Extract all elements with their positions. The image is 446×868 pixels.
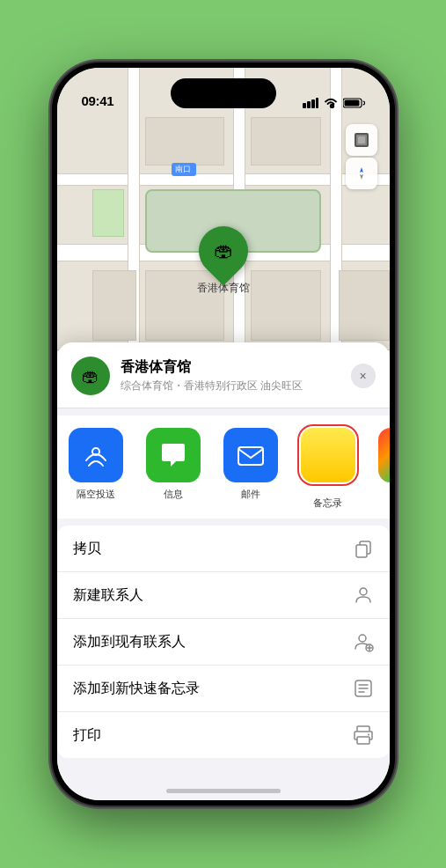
sheet-header: 🏟 香港体育馆 综合体育馆・香港特别行政区 油尖旺区 × bbox=[57, 342, 390, 408]
quick-note-icon bbox=[353, 678, 374, 699]
action-quick-note-label: 添加到新快速备忘录 bbox=[73, 680, 200, 698]
messages-label: 信息 bbox=[164, 488, 183, 501]
map-layers-button[interactable] bbox=[346, 124, 377, 156]
notes-label: 备忘录 bbox=[313, 497, 342, 510]
action-quick-note[interactable]: 添加到新快速备忘录 bbox=[57, 666, 390, 712]
wifi-icon bbox=[324, 98, 338, 108]
notes-icon-wrap bbox=[301, 428, 355, 482]
svg-rect-0 bbox=[303, 103, 306, 108]
svg-rect-8 bbox=[358, 136, 365, 143]
mail-label: 邮件 bbox=[241, 488, 260, 501]
pin-icon: 🏟 bbox=[214, 239, 233, 262]
action-new-contact[interactable]: 新建联系人 bbox=[57, 572, 390, 619]
map-controls bbox=[346, 124, 377, 189]
mail-icon bbox=[236, 440, 266, 470]
copy-icon bbox=[353, 538, 374, 559]
status-time: 09:41 bbox=[82, 93, 114, 108]
airdrop-label: 隔空投送 bbox=[77, 488, 115, 501]
share-notes[interactable]: 备忘录 bbox=[289, 428, 367, 510]
venue-avatar: 🏟 bbox=[71, 357, 110, 395]
action-print-label: 打印 bbox=[73, 726, 101, 745]
notes-lines bbox=[321, 442, 335, 469]
action-new-contact-label: 新建联系人 bbox=[73, 586, 143, 605]
close-button[interactable]: × bbox=[351, 364, 376, 388]
svg-rect-3 bbox=[316, 98, 318, 108]
more-icon-wrap bbox=[378, 428, 390, 482]
svg-point-16 bbox=[360, 588, 367, 595]
venue-name: 香港体育馆 bbox=[121, 358, 340, 377]
venue-description: 综合体育馆・香港特别行政区 油尖旺区 bbox=[121, 379, 340, 394]
svg-rect-5 bbox=[344, 100, 359, 107]
svg-rect-2 bbox=[311, 99, 315, 108]
map-label-nankou: 南口 bbox=[172, 163, 196, 176]
svg-point-17 bbox=[359, 635, 366, 642]
svg-point-27 bbox=[368, 734, 369, 736]
location-button[interactable] bbox=[346, 158, 377, 189]
action-copy[interactable]: 拷贝 bbox=[57, 526, 390, 572]
svg-rect-10 bbox=[238, 447, 263, 465]
share-more[interactable]: 推 bbox=[367, 428, 390, 510]
action-list: 拷贝 新建联系人 添加到现有联系人 bbox=[57, 526, 390, 758]
layers-icon bbox=[353, 131, 370, 149]
add-contact-icon bbox=[353, 631, 374, 652]
action-add-existing[interactable]: 添加到现有联系人 bbox=[57, 619, 390, 666]
bottom-sheet: 🏟 香港体育馆 综合体育馆・香港特别行政区 油尖旺区 × bbox=[57, 342, 390, 800]
phone-screen: 09:41 bbox=[57, 68, 390, 800]
pin-circle: 🏟 bbox=[188, 216, 258, 285]
share-airdrop[interactable]: 隔空投送 bbox=[57, 428, 135, 510]
new-contact-icon bbox=[353, 585, 374, 606]
share-messages[interactable]: 信息 bbox=[135, 428, 212, 510]
phone-frame: 09:41 bbox=[52, 63, 395, 805]
print-icon bbox=[353, 725, 374, 746]
home-indicator bbox=[166, 789, 281, 793]
airdrop-icon bbox=[82, 441, 110, 469]
svg-rect-15 bbox=[356, 545, 367, 557]
location-pin: 🏟 香港体育馆 bbox=[197, 226, 250, 296]
dynamic-island bbox=[171, 78, 276, 108]
battery-icon bbox=[343, 98, 365, 108]
messages-icon bbox=[158, 440, 188, 470]
airdrop-icon-wrap bbox=[69, 428, 123, 482]
venue-avatar-icon: 🏟 bbox=[82, 366, 99, 386]
share-row: 隔空投送 信息 bbox=[57, 416, 390, 519]
svg-rect-26 bbox=[357, 737, 369, 744]
venue-info: 香港体育馆 综合体育馆・香港特别行政区 油尖旺区 bbox=[121, 358, 340, 394]
share-mail[interactable]: 邮件 bbox=[212, 428, 289, 510]
action-copy-label: 拷贝 bbox=[73, 540, 101, 558]
action-add-existing-label: 添加到现有联系人 bbox=[73, 633, 186, 651]
status-icons bbox=[303, 98, 365, 108]
signal-icon bbox=[303, 98, 318, 108]
messages-icon-wrap bbox=[146, 428, 201, 482]
svg-rect-25 bbox=[357, 726, 369, 732]
svg-rect-1 bbox=[307, 101, 311, 108]
mail-icon-wrap bbox=[223, 428, 278, 482]
action-print[interactable]: 打印 bbox=[57, 712, 390, 758]
compass-icon bbox=[354, 166, 369, 181]
